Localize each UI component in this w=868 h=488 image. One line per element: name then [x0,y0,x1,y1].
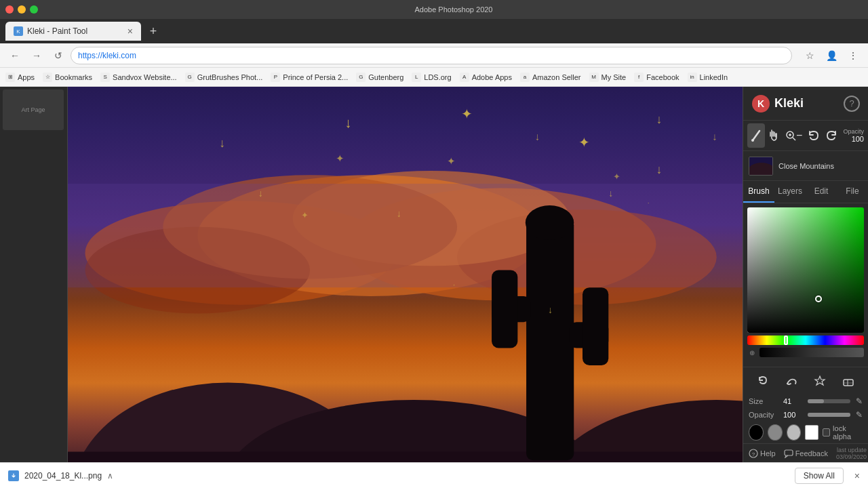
opacity-slider-row: Opacity 100 ✎ [743,408,868,422]
undo2-icon [756,374,770,388]
bookmarks-icon: ☆ [43,73,52,82]
color-picker-area: ⊕ [743,203,868,367]
lock-alpha-label: lock alpha [833,424,863,441]
kleki-logo: K Kleki [751,94,804,113]
svg-point-18 [526,205,574,240]
opacity-label: Opacity [843,128,864,135]
tab-file[interactable]: File [837,181,868,203]
tab-layers[interactable]: Layers [774,181,806,203]
menu-icon[interactable]: ⋮ [844,46,863,65]
bookmark-sandvox[interactable]: S Sandvox Website... [100,73,177,82]
hand-tool-button[interactable] [765,123,783,148]
help-label: Help [760,449,776,458]
brush-tool-button[interactable] [747,123,765,148]
feedback-link[interactable]: Feedback [784,449,828,458]
svg-rect-15 [492,270,517,348]
gray2-swatch[interactable] [787,424,802,441]
bookmark-apps[interactable]: ⊞ Apps [5,73,35,82]
bookmark-adobe[interactable]: A Adobe Apps [460,73,512,82]
svg-text:✦: ✦ [447,155,456,167]
black-swatch[interactable] [749,424,764,441]
back-button[interactable]: ← [5,46,24,65]
opacity-slider[interactable] [808,413,850,417]
tab-edit-label: Edit [814,186,829,196]
refresh-button[interactable]: ↺ [49,46,68,65]
svg-rect-48 [844,380,853,386]
download-close-button[interactable]: × [854,470,860,481]
bookmark-prince[interactable]: P Prince of Persia 2... [271,73,348,82]
bookmark-grutbrushes[interactable]: G GrutBrushes Phot... [185,73,263,82]
bookmark-star-icon[interactable]: ☆ [800,46,819,65]
bookmark-linkedin[interactable]: in LinkedIn [688,73,728,82]
mysite-icon: M [589,73,599,82]
forward-button[interactable]: → [27,46,46,65]
opacity-edit-button[interactable]: ✎ [856,410,863,420]
bookmark-gutenberg[interactable]: G Gutenberg [356,73,403,82]
bookmark-label: Gutenberg [368,73,403,81]
show-all-button[interactable]: Show All [795,468,844,484]
eraser-tool-button[interactable] [837,370,859,392]
close-window-button[interactable] [5,5,14,14]
last-update-label: last update [836,447,867,453]
size-slider[interactable] [808,399,850,403]
left-sidebar: Art Page [0,87,68,462]
tab-edit[interactable]: Edit [806,181,837,203]
gutenberg-icon: G [356,73,366,82]
alpha-slider[interactable] [760,348,864,357]
smudge-tool-button[interactable] [781,370,802,392]
canvas-area[interactable]: ↓ ✦ ↓ ↓ ✦ ↓ ✦ ✦ ↓ ↓ ↓ ↓ ✦ ↓ ↓ ✦ ↓ · · [68,87,743,462]
minimize-window-button[interactable] [18,5,26,14]
tab-brush[interactable]: Brush [743,181,774,203]
bookmark-label: My Site [601,73,627,81]
tool-bar-row: − Opacity 100 [743,121,868,151]
tab-layers-label: Layers [778,186,802,196]
bookmark-amazon[interactable]: a Amazon Seller [520,73,581,82]
bookmark-label: Adobe Apps [472,73,512,81]
bookmark-facebook[interactable]: f Facebook [634,73,679,82]
svg-rect-17 [583,287,608,365]
zoom-in-button[interactable]: − [783,123,805,148]
new-tab-button[interactable]: + [144,22,163,41]
tab-label: Kleki - Paint Tool [27,26,87,36]
bookmark-bookmarks[interactable]: ☆ Bookmarks [43,73,92,82]
gray1-swatch[interactable] [768,424,783,441]
undo-button[interactable] [805,123,823,148]
svg-rect-8 [68,184,743,287]
size-edit-button[interactable]: ✎ [856,396,863,406]
eyedropper-icon[interactable]: ⊕ [747,348,757,357]
color-gradient-picker[interactable] [747,207,864,333]
help-link[interactable]: ? Help [749,449,776,458]
bookmark-lds[interactable]: L LDS.org [412,73,451,82]
lock-alpha-option: lock alpha [823,424,863,441]
help-icon: ? [849,98,854,108]
painting-canvas[interactable]: ↓ ✦ ↓ ↓ ✦ ↓ ✦ ✦ ↓ ↓ ↓ ↓ ✦ ↓ ↓ ✦ ↓ · · [68,87,743,462]
hand-icon [767,129,781,142]
account-icon[interactable]: 👤 [822,46,841,65]
help-button[interactable]: ? [844,96,860,112]
bookmark-mysite[interactable]: M My Site [589,73,627,82]
hue-slider[interactable] [747,336,864,345]
redo-button[interactable] [823,123,840,148]
lock-alpha-checkbox[interactable] [823,428,830,436]
kleki-header: K Kleki ? [743,87,868,121]
svg-rect-53 [785,450,793,455]
svg-text:K: K [757,98,764,109]
zoom-minus-icon[interactable]: − [796,130,802,141]
maximize-window-button[interactable] [30,5,38,14]
bookmark-label: LDS.org [424,73,451,81]
feedback-icon [784,449,793,458]
tab-close-button[interactable]: × [127,26,133,37]
zoom-icon [785,130,796,141]
svg-rect-12 [68,452,743,462]
hue-cursor [784,336,788,345]
sidebar-art-page[interactable]: Art Page [3,89,64,130]
url-bar[interactable]: https://kleki.com [71,47,792,64]
lds-icon: L [412,73,421,82]
undo-tool-button[interactable] [752,370,774,392]
browser-tab-kleki[interactable]: K Kleki - Paint Tool × [5,22,141,41]
download-expand-icon[interactable]: ∧ [107,471,113,481]
svg-line-40 [753,131,760,140]
opacity-slider-value: 100 [783,411,804,419]
stamp-tool-button[interactable] [809,370,831,392]
white-swatch[interactable] [805,425,818,440]
